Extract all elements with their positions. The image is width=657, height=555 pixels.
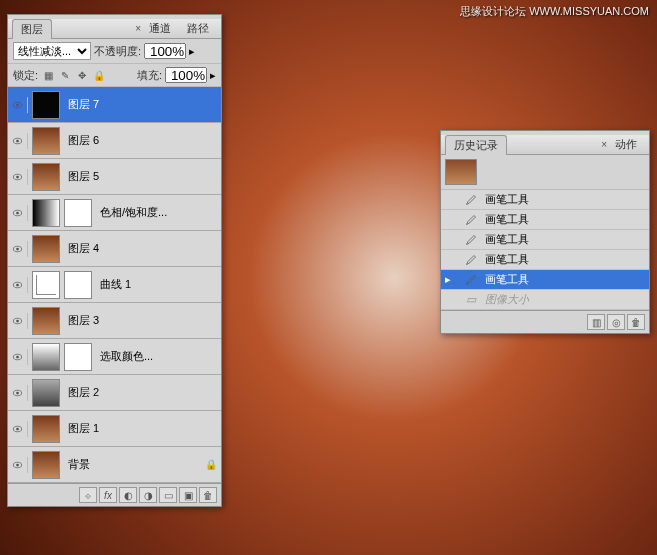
brush-icon [463,193,479,207]
layer-thumb[interactable] [32,235,60,263]
lock-position-icon[interactable]: ✥ [75,68,89,82]
layer-name-label[interactable]: 图层 1 [64,421,217,436]
layer-thumb[interactable] [32,307,60,335]
layer-name-label[interactable]: 图层 3 [64,313,217,328]
layer-thumb[interactable] [32,451,60,479]
visibility-toggle-icon[interactable] [12,169,28,185]
visibility-toggle-icon[interactable] [12,385,28,401]
layers-panel: 图层 × 通道 路径 线性减淡... 不透明度: ▸ 锁定: ▦ ✎ ✥ 🔒 填… [7,14,222,507]
layer-name-label[interactable]: 选取颜色... [96,349,217,364]
visibility-toggle-icon[interactable] [12,133,28,149]
history-item-label: 画笔工具 [485,252,529,267]
layer-name-label[interactable]: 图层 4 [64,241,217,256]
layer-thumb[interactable] [32,163,60,191]
layer-name-label[interactable]: 图层 2 [64,385,217,400]
layer-row[interactable]: 图层 3 [8,303,221,339]
layer-row[interactable]: 图层 1 [8,411,221,447]
layer-thumb[interactable] [64,343,92,371]
layer-name-label[interactable]: 曲线 1 [96,277,217,292]
mask-icon[interactable]: ◐ [119,487,137,503]
history-row[interactable]: 画笔工具 [441,250,649,270]
layer-row[interactable]: 图层 5 [8,159,221,195]
layer-name-label[interactable]: 图层 7 [64,97,217,112]
layer-name-label[interactable]: 图层 6 [64,133,217,148]
layer-row[interactable]: 图层 4 [8,231,221,267]
svg-point-5 [16,175,19,178]
layer-thumb[interactable] [32,343,60,371]
history-tabs: 历史记录 × 动作 [441,135,649,155]
layer-row[interactable]: 选取颜色... [8,339,221,375]
blend-opacity-row: 线性减淡... 不透明度: ▸ [8,39,221,64]
layer-name-label[interactable]: 色相/饱和度... [96,205,217,220]
layer-row[interactable]: 图层 7 [8,87,221,123]
opacity-input[interactable] [144,43,186,59]
layer-thumb[interactable] [32,379,60,407]
fill-label: 填充: [137,68,162,83]
lock-transparency-icon[interactable]: ▦ [41,68,55,82]
svg-point-11 [16,283,19,286]
link-layers-icon[interactable]: ⟐ [79,487,97,503]
svg-point-7 [16,211,19,214]
layer-list[interactable]: 图层 7图层 6图层 5色相/饱和度...图层 4曲线 1图层 3选取颜色...… [8,87,221,483]
new-snapshot-icon[interactable]: ◎ [607,314,625,330]
trash-icon[interactable]: 🗑 [627,314,645,330]
history-snapshot-row[interactable] [441,155,649,190]
lock-pixels-icon[interactable]: ✎ [58,68,72,82]
snapshot-thumb [445,159,477,185]
tab-actions[interactable]: 动作 [607,135,645,154]
dropdown-icon[interactable]: ▸ [210,69,216,82]
svg-point-9 [16,247,19,250]
layer-row[interactable]: 图层 6 [8,123,221,159]
visibility-toggle-icon[interactable] [12,457,28,473]
layer-thumb[interactable] [64,199,92,227]
history-row[interactable]: 画笔工具 [441,210,649,230]
layer-name-label[interactable]: 图层 5 [64,169,217,184]
tab-channels[interactable]: 通道 [141,19,179,38]
new-doc-from-state-icon[interactable]: ▥ [587,314,605,330]
visibility-toggle-icon[interactable] [12,205,28,221]
blend-mode-select[interactable]: 线性减淡... [13,42,91,60]
layer-row[interactable]: 色相/饱和度... [8,195,221,231]
lock-fill-row: 锁定: ▦ ✎ ✥ 🔒 填充: ▸ [8,64,221,87]
layer-thumb[interactable] [32,199,60,227]
layer-thumb[interactable] [32,415,60,443]
layer-thumb[interactable] [32,91,60,119]
tab-history[interactable]: 历史记录 [445,135,507,155]
visibility-toggle-icon[interactable] [12,241,28,257]
fill-input[interactable] [165,67,207,83]
visibility-toggle-icon[interactable] [12,97,28,113]
visibility-toggle-icon[interactable] [12,421,28,437]
visibility-toggle-icon[interactable] [12,313,28,329]
layer-name-label[interactable]: 背景 [64,457,201,472]
visibility-toggle-icon[interactable] [12,277,28,293]
svg-point-3 [16,139,19,142]
history-row[interactable]: 画笔工具 [441,230,649,250]
dropdown-icon[interactable]: ▸ [189,45,195,58]
folder-icon[interactable]: ▭ [159,487,177,503]
new-layer-icon[interactable]: ▣ [179,487,197,503]
layer-thumb[interactable] [64,271,92,299]
layer-row[interactable]: 曲线 1 [8,267,221,303]
visibility-toggle-icon[interactable] [12,349,28,365]
tab-paths[interactable]: 路径 [179,19,217,38]
watermark-text: 思缘设计论坛 WWW.MISSYUAN.COM [460,4,649,19]
history-item-label: 画笔工具 [485,192,529,207]
fx-icon[interactable]: fx [99,487,117,503]
layer-thumb[interactable] [32,271,60,299]
brush-icon [463,233,479,247]
history-footer: ▥ ◎ 🗑 [441,310,649,333]
adjustment-icon[interactable]: ◑ [139,487,157,503]
history-row[interactable]: ▸画笔工具 [441,270,649,290]
history-list[interactable]: 画笔工具画笔工具画笔工具画笔工具▸画笔工具▭图像大小 [441,190,649,310]
layer-thumb[interactable] [32,127,60,155]
layer-row[interactable]: 背景🔒 [8,447,221,483]
lock-icon: 🔒 [205,459,217,470]
history-item-label: 图像大小 [485,292,529,307]
svg-point-21 [16,463,19,466]
lock-all-icon[interactable]: 🔒 [92,68,106,82]
trash-icon[interactable]: 🗑 [199,487,217,503]
tab-layers[interactable]: 图层 [12,19,52,39]
layer-row[interactable]: 图层 2 [8,375,221,411]
history-row[interactable]: 画笔工具 [441,190,649,210]
history-row[interactable]: ▭图像大小 [441,290,649,310]
